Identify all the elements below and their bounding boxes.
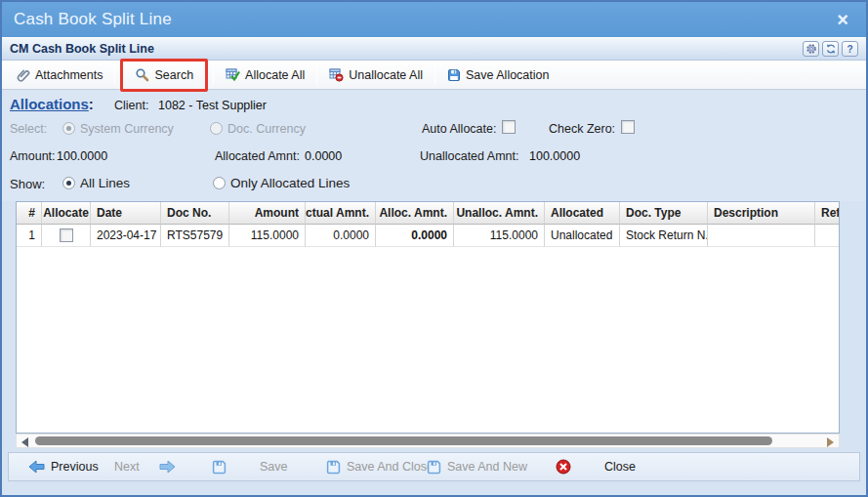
- check-zero-label: Check Zero:: [549, 122, 615, 136]
- row-allocated-status: Unallocated: [545, 225, 620, 247]
- unallocated-amnt-value: 100.0000: [529, 149, 580, 163]
- row-amount: 115.0000: [229, 225, 306, 247]
- radio-icon: [213, 177, 226, 189]
- col-header-num[interactable]: #: [17, 202, 42, 225]
- search-label: Search: [154, 68, 193, 82]
- save-and-close-label: Save And Close: [347, 460, 434, 474]
- attachments-button[interactable]: Attachments: [8, 64, 111, 86]
- save-floppy-icon: [447, 68, 461, 82]
- system-currency-radio[interactable]: System Currency: [62, 122, 174, 136]
- previous-label: Previous: [51, 460, 99, 474]
- doc-currency-label: Doc. Currency: [227, 122, 306, 136]
- row-reference: [815, 225, 840, 247]
- arrow-left-icon: [28, 460, 45, 474]
- save-button[interactable]: Save: [212, 453, 288, 480]
- close-button[interactable]: Close: [556, 453, 636, 480]
- select-label: Select:: [10, 122, 47, 136]
- radio-icon: [210, 122, 223, 135]
- col-header-unalloc-amnt[interactable]: Unalloc. Amnt.: [454, 202, 545, 225]
- save-allocation-label: Save Allocation: [466, 68, 549, 82]
- allocate-all-grid-check-icon: [226, 67, 240, 82]
- unallocated-amnt-label: Unallocated Amnt:: [420, 149, 518, 163]
- col-header-allocate[interactable]: Allocate: [42, 202, 91, 225]
- col-header-actual-amnt[interactable]: Actual Amnt.: [306, 202, 376, 225]
- previous-button[interactable]: Previous: [28, 453, 99, 480]
- check-zero-checkbox[interactable]: [621, 120, 635, 134]
- row-alloc-amnt[interactable]: 0.0000: [376, 225, 454, 247]
- save-and-new-label: Save And New: [447, 460, 527, 474]
- all-lines-label: All Lines: [80, 176, 130, 190]
- col-header-date[interactable]: Date: [91, 202, 161, 225]
- table-row[interactable]: 1 2023-04-17 RTS57579 115.0000 0.0000 0.…: [17, 225, 839, 247]
- unallocate-all-label: Unallocate All: [349, 68, 423, 82]
- col-header-alloc-amnt[interactable]: Alloc. Amnt.: [376, 202, 454, 225]
- col-header-doc-type[interactable]: Doc. Type: [620, 202, 708, 225]
- save-floppy-icon: [212, 460, 227, 475]
- row-date: 2023-04-17: [91, 225, 161, 247]
- close-label: Close: [604, 460, 636, 474]
- save-and-close-button[interactable]: Save And Close: [326, 453, 434, 480]
- table-header-row: # Allocate Date Doc No. Amount Actual Am…: [17, 202, 839, 225]
- row-doc-no: RTS57579: [161, 225, 229, 247]
- row-description: [708, 225, 815, 247]
- search-icon: [135, 67, 149, 82]
- toolbar-separator: [213, 65, 214, 85]
- panel-title: CM Cash Book Split Line: [10, 42, 154, 56]
- scroll-left-icon[interactable]: [21, 437, 28, 447]
- allocations-table: # Allocate Date Doc No. Amount Actual Am…: [16, 201, 840, 434]
- radio-icon: [62, 177, 75, 189]
- doc-currency-radio[interactable]: Doc. Currency: [210, 122, 306, 136]
- col-header-amount[interactable]: Amount: [229, 202, 306, 225]
- refresh-icon: [825, 43, 837, 55]
- close-circle-icon: [556, 459, 571, 475]
- refresh-button[interactable]: [822, 41, 839, 57]
- save-floppy-icon: [326, 460, 341, 475]
- row-unalloc-amnt: 115.0000: [454, 225, 545, 247]
- auto-allocate-checkbox[interactable]: [502, 120, 516, 134]
- panel-header-buttons: ?: [803, 41, 858, 57]
- save-and-new-button[interactable]: Save And New: [427, 453, 527, 480]
- close-icon: ×: [837, 9, 848, 30]
- amount-label: Amount:: [10, 149, 56, 163]
- scroll-right-icon[interactable]: [827, 437, 834, 447]
- client-label: Client:: [114, 99, 148, 112]
- allocate-checkbox[interactable]: [60, 228, 73, 242]
- client-value: 1082 - Test Supplier: [158, 99, 267, 112]
- attachments-label: Attachments: [35, 68, 103, 82]
- save-allocation-button[interactable]: Save Allocation: [438, 64, 558, 86]
- only-allocated-lines-radio[interactable]: Only Allocated Lines: [213, 176, 350, 190]
- window-close-button[interactable]: ×: [831, 8, 854, 31]
- col-header-allocated[interactable]: Allocated: [545, 202, 620, 225]
- footer-bar: Previous Next Save Save And Close Save A…: [8, 452, 860, 481]
- unallocate-all-button[interactable]: Unallocate All: [320, 63, 432, 86]
- search-button[interactable]: Search: [126, 63, 202, 86]
- help-button[interactable]: ?: [842, 41, 858, 57]
- arrow-right-icon: [159, 460, 176, 474]
- toolbar-separator: [316, 65, 317, 85]
- auto-allocate-label: Auto Allocate:: [422, 122, 496, 136]
- cash-book-split-line-dialog: Cash Book Split Line × CM Cash Book Spli…: [0, 0, 868, 497]
- save-label: Save: [260, 460, 288, 474]
- horizontal-scrollbar[interactable]: [16, 434, 840, 448]
- all-lines-radio[interactable]: All Lines: [62, 176, 130, 190]
- table-empty-area: [17, 247, 839, 433]
- dialog-bottom-padding: [2, 481, 866, 495]
- window-title: Cash Book Split Line: [14, 10, 172, 29]
- allocate-all-label: Allocate All: [245, 68, 305, 82]
- settings-button[interactable]: [803, 41, 819, 57]
- allocate-all-button[interactable]: Allocate All: [217, 63, 313, 86]
- next-button[interactable]: Next: [114, 453, 176, 480]
- allocated-amnt-value: 0.0000: [305, 149, 342, 163]
- col-header-reference[interactable]: Refere: [815, 202, 840, 225]
- allocated-amnt-label: Allocated Amnt:: [215, 149, 300, 163]
- paperclip-icon: [17, 68, 30, 82]
- allocations-heading[interactable]: Allocations:: [10, 96, 94, 112]
- allocations-form: Allocations: Client: 1082 - Test Supplie…: [2, 90, 866, 201]
- allocations-link[interactable]: Allocations: [10, 96, 89, 112]
- col-header-doc-no[interactable]: Doc No.: [161, 202, 229, 225]
- scrollbar-thumb[interactable]: [35, 436, 772, 445]
- next-label: Next: [114, 460, 140, 474]
- toolbar: Attachments Search Allocate All Unalloca…: [2, 61, 866, 90]
- system-currency-label: System Currency: [80, 122, 174, 136]
- col-header-description[interactable]: Description: [708, 202, 815, 225]
